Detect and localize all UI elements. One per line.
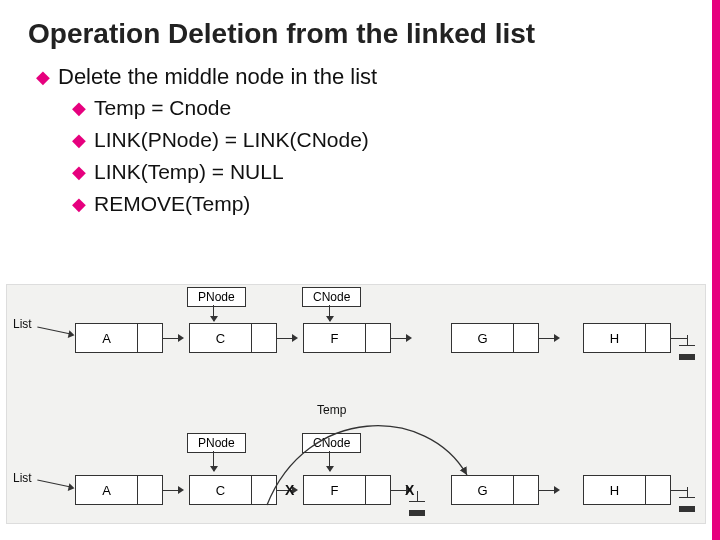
cnode-pointer-label: CNode xyxy=(302,433,361,453)
x-mark: X xyxy=(285,482,294,498)
node-link xyxy=(252,324,276,352)
slide-title: Operation Deletion from the linked list xyxy=(28,18,692,50)
node-data: A xyxy=(76,476,138,504)
pnode-pointer-label: PNode xyxy=(187,433,246,453)
node-link xyxy=(514,324,538,352)
node-link xyxy=(514,476,538,504)
cnode-pointer-label: CNode xyxy=(302,287,361,307)
node-box: G xyxy=(451,323,539,353)
node-box: C xyxy=(189,475,277,505)
node-link xyxy=(646,324,670,352)
node-box: H xyxy=(583,323,671,353)
node-link xyxy=(252,476,276,504)
node-link xyxy=(138,324,162,352)
node-box: A xyxy=(75,475,163,505)
node-data: G xyxy=(452,324,514,352)
arrow-down-icon xyxy=(329,451,330,471)
node-box: F xyxy=(303,323,391,353)
list-label: List xyxy=(13,317,32,331)
bullet-text: REMOVE(Temp) xyxy=(94,192,250,215)
node-data: F xyxy=(304,476,366,504)
node-data: C xyxy=(190,476,252,504)
temp-label: Temp xyxy=(317,403,346,417)
node-link xyxy=(646,476,670,504)
ground-icon xyxy=(409,491,425,515)
node-box: H xyxy=(583,475,671,505)
node-data: C xyxy=(190,324,252,352)
node-data: H xyxy=(584,324,646,352)
node-box: C xyxy=(189,323,277,353)
bullet-text: Temp = Cnode xyxy=(94,96,231,119)
node-box: A xyxy=(75,323,163,353)
node-link xyxy=(366,476,390,504)
node-box: G xyxy=(451,475,539,505)
node-link xyxy=(366,324,390,352)
diamond-icon: ◆ xyxy=(72,129,86,151)
diamond-icon: ◆ xyxy=(72,193,86,215)
node-box: F xyxy=(303,475,391,505)
bullet-list: ◆Delete the middle node in the list ◆Tem… xyxy=(28,64,692,216)
ground-icon xyxy=(679,335,695,359)
arrow-down-icon xyxy=(213,305,214,321)
pnode-pointer-label: PNode xyxy=(187,287,246,307)
bullet-level2: ◆REMOVE(Temp) xyxy=(72,192,692,216)
node-data: H xyxy=(584,476,646,504)
bullet-level2: ◆Temp = Cnode xyxy=(72,96,692,120)
diamond-icon: ◆ xyxy=(36,66,50,88)
arrow-icon xyxy=(37,479,70,487)
arrow-icon xyxy=(37,326,70,334)
bullet-text: LINK(PNode) = LINK(CNode) xyxy=(94,128,369,151)
bullet-text: LINK(Temp) = NULL xyxy=(94,160,284,183)
ground-icon xyxy=(679,487,695,511)
bullet-level2: ◆LINK(Temp) = NULL xyxy=(72,160,692,184)
arrow-down-icon xyxy=(213,451,214,471)
bullet-level1: ◆Delete the middle node in the list xyxy=(36,64,692,90)
linked-list-diagram: List PNode CNode A C F G H List PNode CN… xyxy=(6,284,706,524)
diamond-icon: ◆ xyxy=(72,97,86,119)
node-data: A xyxy=(76,324,138,352)
arrow-down-icon xyxy=(329,305,330,321)
diamond-icon: ◆ xyxy=(72,161,86,183)
bullet-text: Delete the middle node in the list xyxy=(58,64,377,89)
slide-body: Operation Deletion from the linked list … xyxy=(0,0,720,234)
node-link xyxy=(138,476,162,504)
node-data: G xyxy=(452,476,514,504)
list-label: List xyxy=(13,471,32,485)
node-data: F xyxy=(304,324,366,352)
accent-bar xyxy=(712,0,720,540)
bullet-level2: ◆LINK(PNode) = LINK(CNode) xyxy=(72,128,692,152)
